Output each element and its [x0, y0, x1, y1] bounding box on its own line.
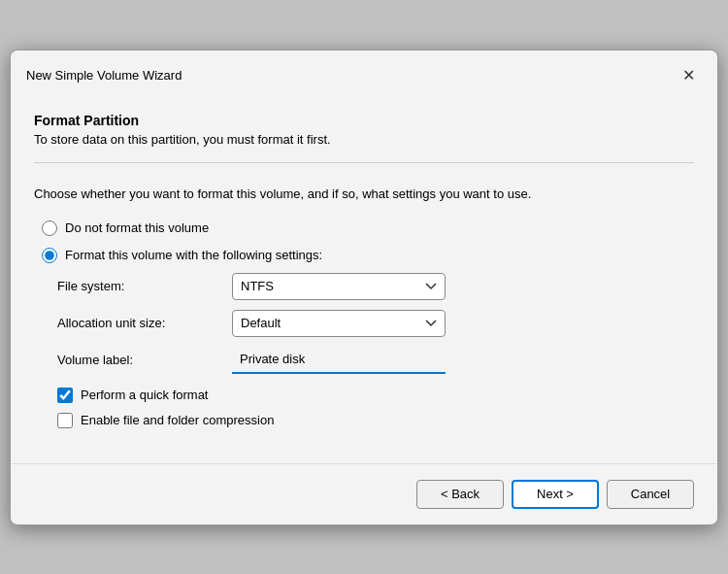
close-button[interactable]: ✕: [675, 62, 702, 89]
section-header: Format Partition To store data on this p…: [34, 97, 694, 154]
content-area: Choose whether you want to format this v…: [34, 171, 694, 444]
allocation-control: Default 512 1024 2048 4096: [232, 310, 446, 337]
compression-label: Enable file and folder compression: [81, 413, 274, 427]
dialog-title: New Simple Volume Wizard: [26, 68, 182, 83]
quick-format-item[interactable]: Perform a quick format: [57, 388, 694, 403]
allocation-label: Allocation unit size:: [57, 316, 232, 330]
filesystem-row: File system: NTFS FAT32 exFAT: [57, 273, 694, 300]
wizard-dialog: New Simple Volume Wizard ✕ Format Partit…: [10, 50, 718, 525]
volume-label-input[interactable]: [232, 347, 446, 374]
volume-label-control: [232, 347, 446, 374]
section-subtitle: To store data on this partition, you mus…: [34, 132, 694, 147]
allocation-row: Allocation unit size: Default 512 1024 2…: [57, 310, 694, 337]
compression-item[interactable]: Enable file and folder compression: [57, 413, 694, 428]
next-button[interactable]: Next >: [512, 480, 599, 509]
section-title: Format Partition: [34, 113, 694, 128]
radio-format-label: Format this volume with the following se…: [65, 248, 322, 262]
settings-group: File system: NTFS FAT32 exFAT Allocation…: [57, 273, 694, 374]
quick-format-label: Perform a quick format: [81, 388, 209, 402]
radio-no-format-label: Do not format this volume: [65, 220, 209, 235]
back-button[interactable]: < Back: [416, 480, 504, 509]
checkbox-group: Perform a quick format Enable file and f…: [57, 388, 694, 428]
divider: [34, 162, 694, 163]
allocation-dropdown[interactable]: Default 512 1024 2048 4096: [232, 310, 446, 337]
compression-checkbox[interactable]: [57, 413, 73, 428]
radio-format-input[interactable]: [42, 248, 57, 263]
footer: < Back Next > Cancel: [11, 463, 717, 524]
description-text: Choose whether you want to format this v…: [34, 186, 694, 201]
filesystem-control: NTFS FAT32 exFAT: [232, 273, 446, 300]
filesystem-label: File system:: [57, 279, 232, 293]
filesystem-dropdown[interactable]: NTFS FAT32 exFAT: [232, 273, 446, 300]
quick-format-checkbox[interactable]: [57, 388, 73, 403]
volume-label-label: Volume label:: [57, 353, 232, 367]
radio-no-format-input[interactable]: [42, 220, 57, 236]
title-bar: New Simple Volume Wizard ✕: [11, 51, 717, 97]
cancel-button[interactable]: Cancel: [607, 480, 694, 509]
volume-label-row: Volume label:: [57, 347, 694, 374]
radio-format[interactable]: Format this volume with the following se…: [42, 248, 694, 263]
dialog-body: Format Partition To store data on this p…: [11, 97, 717, 444]
radio-group: Do not format this volume Format this vo…: [42, 220, 694, 263]
radio-no-format[interactable]: Do not format this volume: [42, 220, 694, 236]
